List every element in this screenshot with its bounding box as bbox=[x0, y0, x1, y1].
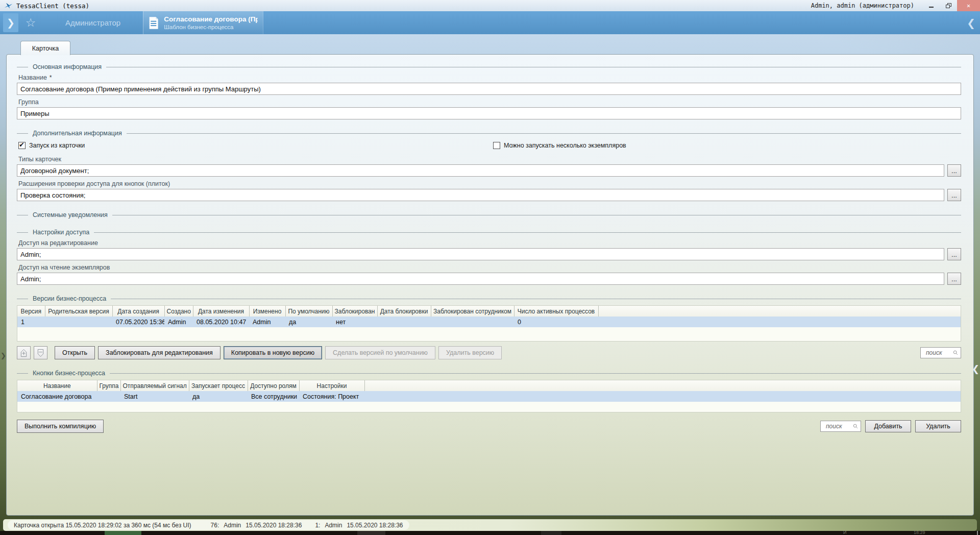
table-cell[interactable]: 07.05.2020 15:36 bbox=[112, 317, 164, 327]
versions-search-input[interactable] bbox=[925, 349, 951, 357]
tab-card[interactable]: Карточка bbox=[20, 41, 70, 55]
column-header[interactable]: Заблокирован bbox=[332, 306, 377, 317]
active-tab-subtitle: Шаблон бизнес-процесса bbox=[164, 24, 258, 30]
right-panel-expander[interactable]: ❮ bbox=[972, 363, 979, 375]
column-header[interactable]: Число активных процессов bbox=[514, 306, 598, 317]
card-types-more-button[interactable]: ... bbox=[947, 164, 961, 177]
active-tab-title: Согласование договора (Прим... bbox=[164, 15, 258, 23]
active-tab-text: Согласование договора (Прим... Шаблон би… bbox=[164, 15, 258, 30]
process-buttons-table: НазваниеГруппаОтправляемый сигналЗапуска… bbox=[17, 380, 961, 402]
table-row[interactable]: Согласование договораStartдаВсе сотрудни… bbox=[17, 391, 961, 402]
read-access-more-button[interactable]: ... bbox=[947, 273, 961, 285]
left-panel-expander[interactable]: ❯ bbox=[1, 352, 6, 359]
column-header[interactable]: Запускает процесс bbox=[189, 380, 248, 391]
edit-access-input[interactable] bbox=[17, 248, 944, 260]
table-cell[interactable] bbox=[45, 317, 112, 327]
group-additional-info: Дополнительная информация bbox=[17, 130, 961, 137]
process-buttons-controls: Добавить Удалить bbox=[820, 420, 961, 432]
table-cell[interactable]: 0 bbox=[514, 317, 598, 327]
table-cell[interactable]: Start bbox=[120, 391, 189, 402]
table-cell[interactable]: Admin bbox=[249, 317, 285, 327]
favorites-star-icon[interactable]: ☆ bbox=[18, 11, 43, 34]
table-cell[interactable] bbox=[97, 391, 120, 402]
make-default-version-button[interactable]: Сделать версией по умолчанию bbox=[325, 346, 435, 359]
taskbar-segment bbox=[357, 531, 385, 535]
toolbar-back-arrow[interactable]: ❮ bbox=[967, 17, 975, 29]
table-cell[interactable]: Все сотрудники bbox=[248, 391, 299, 402]
compile-button[interactable]: Выполнить компиляцию bbox=[17, 420, 104, 433]
remove-button[interactable]: Удалить bbox=[915, 420, 961, 432]
column-header[interactable]: Дата создания bbox=[112, 306, 164, 317]
access-extensions-input[interactable] bbox=[17, 189, 944, 201]
column-header[interactable]: Родительская версия bbox=[45, 306, 112, 317]
window-controls: ✕ bbox=[922, 0, 980, 11]
group-label: Группа bbox=[18, 99, 961, 106]
versions-search-box bbox=[920, 347, 961, 358]
edit-access-label: Доступ на редактирование bbox=[18, 239, 961, 247]
minimize-button[interactable] bbox=[922, 0, 940, 11]
search-icon bbox=[853, 423, 858, 430]
status-bar: Карточка открыта 15.05.2020 18:29:02 за … bbox=[3, 519, 977, 531]
table-cell[interactable]: нет bbox=[332, 317, 377, 327]
column-header[interactable]: Дата изменения bbox=[193, 306, 249, 317]
column-header[interactable]: По умолчанию bbox=[285, 306, 332, 317]
name-label: Название* bbox=[18, 74, 961, 81]
card-types-label: Типы карточек bbox=[18, 156, 961, 163]
table-cell[interactable]: Admin bbox=[164, 317, 193, 327]
expand-all-button[interactable] bbox=[17, 346, 31, 359]
card-panel: Карточка Основная информация Название* Г… bbox=[6, 41, 974, 516]
collapse-all-button[interactable] bbox=[34, 346, 47, 359]
column-header[interactable]: Доступно ролям bbox=[248, 380, 299, 391]
tab-administrator[interactable]: Администратор bbox=[43, 11, 143, 34]
access-extensions-more-button[interactable]: ... bbox=[947, 189, 961, 201]
access-extensions-label: Расширения проверки доступа для кнопок (… bbox=[18, 180, 961, 187]
column-header[interactable]: Изменено bbox=[249, 306, 285, 317]
column-header[interactable]: Создано bbox=[164, 306, 193, 317]
table-cell[interactable] bbox=[377, 317, 431, 327]
restore-button[interactable] bbox=[940, 0, 957, 11]
column-header[interactable]: Группа bbox=[97, 380, 120, 391]
column-header[interactable]: Настройки bbox=[299, 380, 364, 391]
read-access-input[interactable] bbox=[17, 273, 944, 285]
copy-to-new-version-button[interactable]: Копировать в новую версию bbox=[224, 346, 322, 359]
table-cell[interactable] bbox=[431, 317, 514, 327]
column-header-filler bbox=[364, 380, 961, 391]
versions-table: ВерсияРодительская версияДата созданияСо… bbox=[17, 306, 961, 327]
process-buttons-search-input[interactable] bbox=[825, 422, 851, 430]
lock-for-editing-button[interactable]: Заблокировать для редактирования bbox=[98, 346, 220, 359]
column-header[interactable]: Дата блокировки bbox=[377, 306, 431, 317]
tab-business-process-template[interactable]: Согласование договора (Прим... Шаблон би… bbox=[143, 11, 263, 34]
window-title: TessaClient (tessa) bbox=[16, 2, 89, 10]
taskbar-segment bbox=[541, 531, 561, 535]
column-header-filler bbox=[598, 306, 961, 317]
document-icon bbox=[149, 15, 159, 31]
name-input[interactable] bbox=[17, 83, 961, 95]
run-from-card-checkbox[interactable]: Запуск из карточки bbox=[18, 142, 85, 149]
close-button[interactable]: ✕ bbox=[957, 0, 980, 11]
table-cell[interactable]: 1 bbox=[17, 317, 45, 327]
multiple-instances-checkbox[interactable]: Можно запускать несколько экземпляров bbox=[493, 142, 626, 149]
table-cell[interactable]: да bbox=[285, 317, 332, 327]
open-version-button[interactable]: Открыть bbox=[55, 346, 95, 359]
column-header[interactable]: Заблокирован сотрудником bbox=[431, 306, 514, 317]
process-buttons-search-box bbox=[820, 421, 861, 432]
table-row[interactable]: 107.05.2020 15:36Admin08.05.2020 10:47Ad… bbox=[17, 317, 961, 327]
group-system-notifications: Системные уведомления bbox=[17, 211, 961, 218]
group-input[interactable] bbox=[17, 107, 961, 119]
tessa-logo-icon bbox=[4, 2, 13, 9]
table-cell[interactable]: Согласование договора bbox=[17, 391, 97, 402]
table-cell[interactable]: да bbox=[189, 391, 248, 402]
group-main-info: Основная информация bbox=[17, 63, 961, 70]
nav-forward-button[interactable]: ❯ bbox=[3, 13, 18, 32]
column-header[interactable]: Версия bbox=[17, 306, 45, 317]
versions-actions-row: Открыть Заблокировать для редактирования… bbox=[17, 346, 961, 359]
add-button[interactable]: Добавить bbox=[865, 420, 911, 432]
card-types-input[interactable] bbox=[17, 164, 944, 177]
edit-access-more-button[interactable]: ... bbox=[947, 248, 961, 260]
table-cell[interactable]: 08.05.2020 10:47 bbox=[193, 317, 249, 327]
table-cell[interactable]: Состояния: Проект bbox=[299, 391, 364, 402]
delete-version-button[interactable]: Удалить версию bbox=[438, 346, 502, 359]
column-header[interactable]: Название bbox=[17, 380, 97, 391]
column-header[interactable]: Отправляемый сигнал bbox=[120, 380, 189, 391]
versions-table-empty-area bbox=[17, 327, 961, 341]
